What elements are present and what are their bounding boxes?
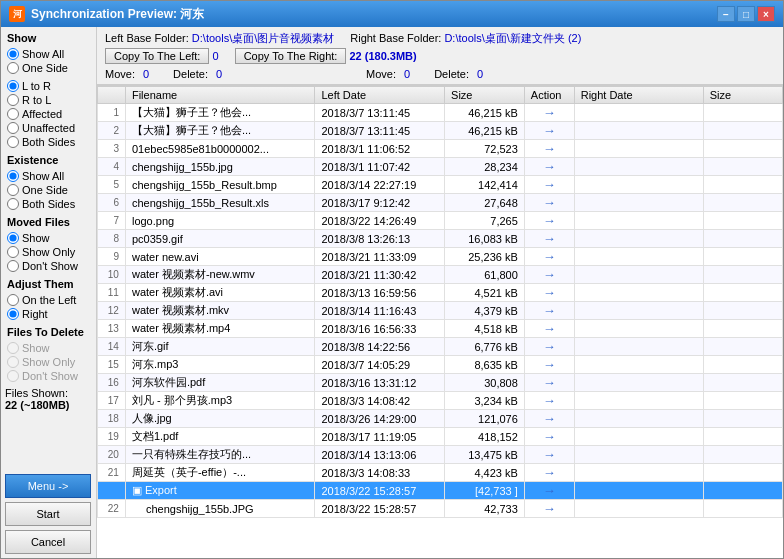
maximize-button[interactable]: □ [737,6,755,22]
cell-action[interactable]: → [524,140,574,158]
cell-action[interactable]: → [524,410,574,428]
table-row[interactable]: 5chengshijg_155b_Result.bmp2018/3/14 22:… [98,176,783,194]
col-size-right[interactable]: Size [703,87,782,104]
cell-action[interactable]: → [524,392,574,410]
start-button[interactable]: Start [5,502,91,526]
radio-adj-left[interactable]: On the Left [5,293,92,307]
col-size-left[interactable]: Size [445,87,525,104]
radio-ex-both-sides[interactable]: Both Sides [5,197,92,211]
cell-right-date [574,104,703,122]
cell-filename: water 视频素材.avi [125,284,315,302]
cell-action[interactable]: → [524,464,574,482]
menu-button[interactable]: Menu -> [5,474,91,498]
table-row[interactable]: 18人像.jpg2018/3/26 14:29:00121,076→ [98,410,783,428]
radio-l-to-r[interactable]: L to R [5,79,92,93]
table-row[interactable]: 8pc0359.gif2018/3/8 13:26:1316,083 kB→ [98,230,783,248]
table-row[interactable]: 1【大猫】狮子王？他会...2018/3/7 13:11:4546,215 kB… [98,104,783,122]
cell-action[interactable]: → [524,320,574,338]
cell-action[interactable]: → [524,302,574,320]
cell-num: 14 [98,338,126,356]
table-row[interactable]: 10water 视频素材-new.wmv2018/3/21 11:30:4261… [98,266,783,284]
cell-action[interactable]: → [524,176,574,194]
col-right-date[interactable]: Right Date [574,87,703,104]
cell-left-date: 2018/3/7 13:11:45 [315,122,445,140]
table-row[interactable]: 2【大猫】狮子王？他会...2018/3/7 13:11:4546,215 kB… [98,122,783,140]
cell-right-date [574,122,703,140]
cell-filename: chengshijg_155b_Result.xls [125,194,315,212]
cell-action[interactable]: → [524,356,574,374]
right-folder-group: Right Base Folder: D:\tools\桌面\新建文件夹 (2) [350,31,581,46]
copy-left-button[interactable]: Copy To The Left: [105,48,209,64]
files-shown-label: Files Shown: [5,387,92,399]
cancel-button[interactable]: Cancel [5,530,91,554]
cell-action[interactable]: → [524,500,574,518]
cell-size-right [703,212,782,230]
cell-action[interactable]: → [524,194,574,212]
radio-adj-right[interactable]: Right [5,307,92,321]
table-row[interactable]: 20一只有特殊生存技巧的...2018/3/14 13:13:0613,475 … [98,446,783,464]
radio-r-to-l[interactable]: R to L [5,93,92,107]
cell-action[interactable]: → [524,266,574,284]
cell-num: 7 [98,212,126,230]
table-row[interactable]: 301ebec5985e81b0000002...2018/3/1 11:06:… [98,140,783,158]
cell-action[interactable]: → [524,482,574,500]
table-row[interactable]: 12water 视频素材.mkv2018/3/14 11:16:434,379 … [98,302,783,320]
cell-action[interactable]: → [524,446,574,464]
radio-mv-dont-show[interactable]: Don't Show [5,259,92,273]
table-row[interactable]: 19文档1.pdf2018/3/17 11:19:05418,152→ [98,428,783,446]
radio-one-side[interactable]: One Side [5,61,92,75]
cell-num: 2 [98,122,126,140]
radio-fd-show[interactable]: Show [5,341,92,355]
minimize-button[interactable]: − [717,6,735,22]
cell-left-date: 2018/3/7 14:05:29 [315,356,445,374]
table-row[interactable]: 6chengshijg_155b_Result.xls2018/3/17 9:1… [98,194,783,212]
cell-action[interactable]: → [524,374,574,392]
cell-left-date: 2018/3/3 14:08:33 [315,464,445,482]
radio-ex-show-all[interactable]: Show All [5,169,92,183]
col-action[interactable]: Action [524,87,574,104]
table-row[interactable]: 17刘凡 - 那个男孩.mp32018/3/3 14:08:423,234 kB… [98,392,783,410]
copy-right-button[interactable]: Copy To The Right: [235,48,347,64]
radio-mv-show-only[interactable]: Show Only [5,245,92,259]
table-row[interactable]: 7logo.png2018/3/22 14:26:497,265→ [98,212,783,230]
cell-action[interactable]: → [524,428,574,446]
radio-both-sides[interactable]: Both Sides [5,135,92,149]
radio-unaffected[interactable]: Unaffected [5,121,92,135]
radio-ex-one-side[interactable]: One Side [5,183,92,197]
right-move-label: Move: [366,68,396,80]
cell-left-date: 2018/3/1 11:07:42 [315,158,445,176]
copy-right-value: 22 (180.3MB) [349,50,416,62]
cell-action[interactable]: → [524,338,574,356]
table-row[interactable]: 22chengshijg_155b.JPG2018/3/22 15:28:574… [98,500,783,518]
table-row[interactable]: 9water new.avi2018/3/21 11:33:0925,236 k… [98,248,783,266]
table-row[interactable]: 21周延英（英子-effie）-...2018/3/3 14:08:334,42… [98,464,783,482]
cell-action[interactable]: → [524,158,574,176]
cell-action[interactable]: → [524,248,574,266]
radio-affected[interactable]: Affected [5,107,92,121]
table-row[interactable]: ▣ Export2018/3/22 15:28:57[42,733 ]→ [98,482,783,500]
radio-fd-show-only[interactable]: Show Only [5,355,92,369]
col-left-date[interactable]: Left Date [315,87,445,104]
action-arrow-icon: → [543,177,556,192]
radio-show-all[interactable]: Show All [5,47,92,61]
table-row[interactable]: 11water 视频素材.avi2018/3/13 16:59:564,521 … [98,284,783,302]
cell-action[interactable]: → [524,122,574,140]
table-row[interactable]: 16河东软件园.pdf2018/3/16 13:31:1230,808→ [98,374,783,392]
cell-action[interactable]: → [524,212,574,230]
moved-section-title: Moved Files [5,215,92,229]
table-row[interactable]: 15河东.mp32018/3/7 14:05:298,635 kB→ [98,356,783,374]
cell-action[interactable]: → [524,230,574,248]
table-row[interactable]: 13water 视频素材.mp42018/3/16 16:56:334,518 … [98,320,783,338]
close-button[interactable]: × [757,6,775,22]
radio-mv-show[interactable]: Show [5,231,92,245]
cell-action[interactable]: → [524,104,574,122]
mv-dont-show-label: Don't Show [22,260,78,272]
cell-num: 6 [98,194,126,212]
table-row[interactable]: 14河东.gif2018/3/8 14:22:566,776 kB→ [98,338,783,356]
col-filename[interactable]: Filename [125,87,315,104]
moved-section: Moved Files Show Show Only Don't Show [5,215,92,273]
cell-action[interactable]: → [524,284,574,302]
col-num[interactable] [98,87,126,104]
table-row[interactable]: 4chengshijg_155b.jpg2018/3/1 11:07:4228,… [98,158,783,176]
radio-fd-dont-show[interactable]: Don't Show [5,369,92,383]
